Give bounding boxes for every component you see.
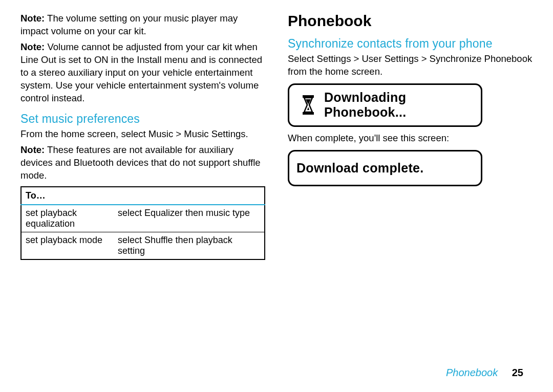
table-row: set playback mode select Shuffle then pl… [21, 232, 265, 259]
music-prefs-table: To… set playback equalization select Equ… [20, 186, 265, 260]
page-footer: Phonebook 25 [446, 367, 523, 379]
left-column: Note: The volume setting on your music p… [20, 12, 265, 260]
heading-sync-contacts: Synchronize contacts from your phone [288, 37, 533, 51]
table-row: set playback equalization select Equaliz… [21, 205, 265, 232]
note-3-label: Note: [20, 144, 45, 155]
table-cell: select Equalizer then music type [114, 205, 265, 232]
page-spread: Note: The volume setting on your music p… [0, 0, 553, 260]
note-3-text: These features are not available for aux… [20, 144, 261, 181]
lcd-downloading-text: Downloading Phonebook... [324, 90, 407, 120]
heading-phonebook: Phonebook [288, 12, 533, 30]
lcd-complete-text: Download complete. [296, 161, 423, 176]
lcd-downloading: Downloading Phonebook... [288, 83, 482, 127]
footer-section: Phonebook [446, 367, 498, 378]
hourglass-icon [302, 95, 315, 115]
right-column: Phonebook Synchronize contacts from your… [288, 12, 533, 260]
table-cell: set playback equalization [21, 205, 114, 232]
note-2-text: Volume cannot be adjusted from your car … [20, 41, 262, 103]
note-1-text: The volume setting on your music player … [20, 13, 238, 36]
lcd-complete: Download complete. [288, 150, 482, 186]
lcd-line-1: Downloading [324, 90, 407, 105]
music-prefs-instruction: From the home screen, select Music > Mus… [20, 128, 265, 141]
note-2: Note: Volume cannot be adjusted from you… [20, 41, 265, 105]
footer-page-number: 25 [512, 367, 523, 378]
table-cell: select Shuffle then playback setting [114, 232, 265, 259]
sync-instruction: Select Settings > User Settings > Synchr… [288, 53, 533, 78]
note-1: Note: The volume setting on your music p… [20, 12, 265, 38]
complete-caption: When complete, you'll see this screen: [288, 132, 533, 145]
note-1-label: Note: [20, 13, 45, 24]
note-3: Note: These features are not available f… [20, 144, 265, 182]
heading-set-music-prefs: Set music preferences [20, 112, 265, 126]
note-2-label: Note: [20, 41, 45, 52]
table-header: To… [21, 187, 265, 205]
lcd-line-2: Phonebook... [324, 105, 407, 120]
table-cell: set playback mode [21, 232, 114, 259]
